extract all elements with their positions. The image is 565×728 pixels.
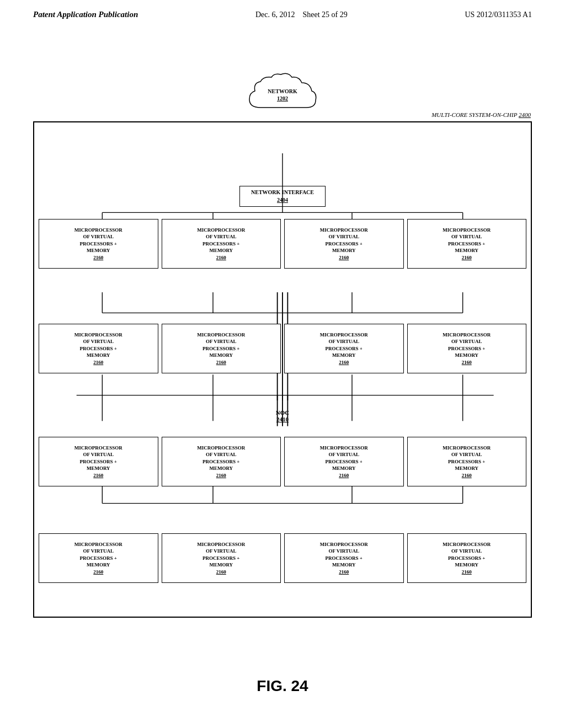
ni-ref: 2404 — [251, 196, 314, 204]
cloud-shape: NETWORK 1202 — [247, 72, 318, 118]
proc-ref-m4: 2160 — [462, 359, 472, 366]
outer-ref: 2400 — [519, 111, 531, 118]
proc-box-bt4: MICROPROCESSOR OF VIRTUAL PROCESSORS + M… — [407, 533, 527, 583]
fig-label: FIG. 24 — [257, 677, 308, 695]
proc-box-bt2: MICROPROCESSOR OF VIRTUAL PROCESSORS + M… — [162, 533, 281, 583]
proc-box-bt1: MICROPROCESSOR OF VIRTUAL PROCESSORS + M… — [39, 533, 158, 583]
proc-box-t4: MICROPROCESSOR OF VIRTUAL PROCESSORS + M… — [407, 219, 527, 269]
proc-ref-t1: 2160 — [93, 254, 103, 261]
proc-ref-m2: 2160 — [216, 359, 226, 366]
btm-proc-grid: MICROPROCESSOR OF VIRTUAL PROCESSORS + M… — [39, 533, 526, 583]
proc-ref-bt1: 2160 — [93, 569, 103, 576]
outer-box: MULTI-CORE SYSTEM-ON-CHIP 2400 NETWORK I… — [33, 121, 532, 618]
proc-box-t1: MICROPROCESSOR OF VIRTUAL PROCESSORS + M… — [39, 219, 158, 269]
proc-box-b4: MICROPROCESSOR OF VIRTUAL PROCESSORS + M… — [407, 437, 527, 486]
proc-box-b1: MICROPROCESSOR OF VIRTUAL PROCESSORS + M… — [39, 437, 158, 486]
header-center-date: Dec. 6, 2012 Sheet 25 of 29 — [255, 10, 348, 19]
proc-ref-b4: 2160 — [462, 472, 472, 479]
network-label: NETWORK 1202 — [268, 88, 297, 102]
outer-label: MULTI-CORE SYSTEM-ON-CHIP 2400 — [431, 111, 531, 118]
proc-box-m2: MICROPROCESSOR OF VIRTUAL PROCESSORS + M… — [162, 324, 281, 373]
proc-box-bt3: MICROPROCESSOR OF VIRTUAL PROCESSORS + M… — [284, 533, 404, 583]
header-right: US 2012/0311353 A1 — [465, 10, 532, 19]
proc-box-m4: MICROPROCESSOR OF VIRTUAL PROCESSORS + M… — [407, 324, 527, 373]
proc-ref-bt3: 2160 — [339, 569, 349, 576]
proc-ref-m1: 2160 — [93, 359, 103, 366]
proc-box-b3: MICROPROCESSOR OF VIRTUAL PROCESSORS + M… — [284, 437, 404, 486]
network-ref: 1202 — [268, 95, 297, 102]
proc-ref-m3: 2160 — [339, 359, 349, 366]
proc-box-t2: MICROPROCESSOR OF VIRTUAL PROCESSORS + M… — [162, 219, 281, 269]
proc-box-m1: MICROPROCESSOR OF VIRTUAL PROCESSORS + M… — [39, 324, 158, 373]
header: Patent Application Publication Dec. 6, 2… — [0, 0, 565, 19]
proc-ref-bt2: 2160 — [216, 569, 226, 576]
proc-ref-t4: 2160 — [462, 254, 472, 261]
proc-ref-b1: 2160 — [93, 472, 103, 479]
noc-ref: 2410 — [276, 416, 289, 422]
proc-ref-t2: 2160 — [216, 254, 226, 261]
header-left: Patent Application Publication — [33, 10, 138, 19]
mid-proc-grid: MICROPROCESSOR OF VIRTUAL PROCESSORS + M… — [39, 324, 526, 373]
diagram-area: NETWORK 1202 MULTI-CORE SYSTEM-ON-CHIP 2… — [33, 72, 532, 618]
bot-proc-grid: MICROPROCESSOR OF VIRTUAL PROCESSORS + M… — [39, 437, 526, 486]
proc-ref-b2: 2160 — [216, 472, 226, 479]
proc-box-b2: MICROPROCESSOR OF VIRTUAL PROCESSORS + M… — [162, 437, 281, 486]
proc-ref-t3: 2160 — [339, 254, 349, 261]
network-interface-box: NETWORK INTERFACE 2404 — [239, 186, 326, 207]
proc-ref-bt4: 2160 — [462, 569, 472, 576]
network-cloud-container: NETWORK 1202 — [247, 72, 318, 118]
sheet-info: Sheet 25 of 29 — [302, 10, 347, 19]
noc-label: NOC 2410 — [276, 409, 289, 422]
proc-box-m3: MICROPROCESSOR OF VIRTUAL PROCESSORS + M… — [284, 324, 404, 373]
top-proc-grid: MICROPROCESSOR OF VIRTUAL PROCESSORS + M… — [39, 219, 526, 269]
proc-ref-b3: 2160 — [339, 472, 349, 479]
proc-box-t3: MICROPROCESSOR OF VIRTUAL PROCESSORS + M… — [284, 219, 404, 269]
